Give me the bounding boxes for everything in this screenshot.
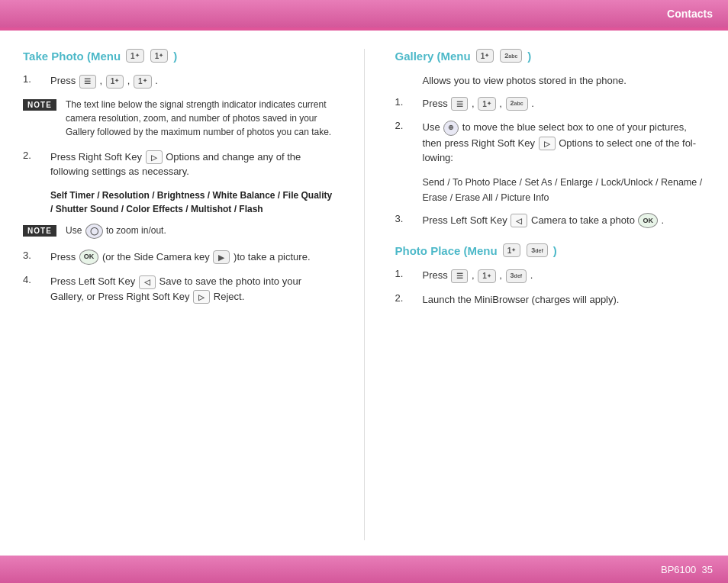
key-1b-s1: 1✦ <box>134 75 152 89</box>
step-2-num: 2. <box>23 150 41 161</box>
gallery-step-1-text: Press ☰ , 1✦ , 2abc . <box>423 96 534 111</box>
header-bar: Contacts <box>0 0 728 27</box>
gallery-step-2: 2. Use ⊕ to move the blue select box to … <box>395 120 706 166</box>
key-1b-heading: 1✦ <box>150 49 169 63</box>
heading-close-paren: ) <box>173 50 177 63</box>
left-column: Take Photo (Menu 1✦ 1✦ ) 1. Press ☰ , 1✦… <box>23 49 333 540</box>
side-key-s3: ▶ <box>213 250 230 264</box>
menu-key-1: ☰ <box>79 75 96 89</box>
key-1-heading: 1✦ <box>126 49 144 63</box>
photo-place-title: Photo Place (Menu <box>395 244 498 257</box>
step-1-text: Press ☰ , 1✦ , 1✦ . <box>50 73 158 89</box>
gallery-step-3: 3. Press Left Soft Key ◁ Camera to take … <box>395 213 706 229</box>
pp-step-1-text: Press ☰ , 1✦ , 3def . <box>423 268 533 283</box>
pp-step-2: 2. Launch the MiniBrowser (charges will … <box>395 292 706 308</box>
key-1-pp: 1✦ <box>503 243 521 257</box>
gallery-step-3-text: Press Left Soft Key ◁ Camera to take a p… <box>423 213 665 229</box>
step-4: 4. Press Left Soft Key ◁ Save to save th… <box>23 274 333 304</box>
right-soft-key-g2: ▷ <box>539 137 556 150</box>
right-column: Gallery (Menu 1✦ 2abc ) Allows you to vi… <box>395 49 706 540</box>
ok-key-s3: OK <box>79 250 99 265</box>
pp-step-1: 1. Press ☰ , 1✦ , 3def . <box>395 268 706 283</box>
header-title: Contacts <box>667 8 713 20</box>
step-3-num: 3. <box>23 250 41 261</box>
key-2abc-g1: 2abc <box>506 97 528 111</box>
ok-key-g3: OK <box>638 213 658 228</box>
step-4-num: 4. <box>23 274 41 285</box>
note-2-text: Use ◯ to zoom in/out. <box>66 224 166 239</box>
note-1: NOTE The text line below the signal stre… <box>23 98 333 139</box>
key-2abc-gallery: 2abc <box>500 49 522 63</box>
menu-key-pp1: ☰ <box>451 269 468 283</box>
gallery-close-paren: ) <box>527 50 531 63</box>
left-soft-key-g3: ◁ <box>511 214 527 227</box>
gallery-step-3-num: 3. <box>395 213 414 224</box>
pp-step-1-num: 1. <box>395 268 414 279</box>
step-4-text: Press Left Soft Key ◁ Save to save the p… <box>50 274 333 304</box>
gallery-step-1: 1. Press ☰ , 1✦ , 2abc . <box>395 96 706 111</box>
menu-key-g1: ☰ <box>451 97 468 111</box>
right-soft-key-s4: ▷ <box>193 290 210 304</box>
step-3-text: Press OK (or the Side Camera key ▶ )to t… <box>50 250 311 266</box>
pp-step-2-num: 2. <box>395 292 414 304</box>
note-1-text: The text line below the signal strength … <box>66 98 333 139</box>
step-3: 3. Press OK (or the Side Camera key ▶ )t… <box>23 250 333 266</box>
gallery-options: Send / To Photo Place / Set As / Enlarge… <box>423 175 706 205</box>
gallery-step-2-num: 2. <box>395 120 414 131</box>
step-2: 2. Press Right Soft Key ▷ Options and ch… <box>23 150 333 179</box>
photo-place-close-paren: ) <box>553 244 557 257</box>
main-content: Take Photo (Menu 1✦ 1✦ ) 1. Press ☰ , 1✦… <box>0 31 728 556</box>
gallery-intro: Allows you to view photos stored in the … <box>423 73 706 89</box>
footer-page: 35 <box>702 564 713 575</box>
take-photo-title: Take Photo (Menu <box>23 50 121 63</box>
nav-key-note2: ◯ <box>85 224 103 239</box>
key-3def-pp: 3def <box>527 243 548 257</box>
photo-place-heading: Photo Place (Menu 1✦ 3def ) <box>395 243 706 257</box>
note-1-label: NOTE <box>23 99 56 111</box>
step-2-text: Press Right Soft Key ▷ Options and chang… <box>50 150 333 179</box>
nav-key-g2: ⊕ <box>443 121 459 136</box>
key-3def-pp1: 3def <box>506 269 527 283</box>
take-photo-heading: Take Photo (Menu 1✦ 1✦ ) <box>23 49 333 63</box>
right-soft-key-s2: ▷ <box>146 150 163 164</box>
step-1-num: 1. <box>23 73 41 85</box>
key-1-g1: 1✦ <box>478 97 496 111</box>
footer-info: BP6100 35 <box>661 564 713 575</box>
step-1: 1. Press ☰ , 1✦ , 1✦ . <box>23 73 333 89</box>
settings-text: Self Timer / Resolution / Brightness / W… <box>50 188 333 216</box>
footer-bar: BP6100 35 <box>0 556 728 583</box>
note-2-label: NOTE <box>23 225 56 237</box>
gallery-title: Gallery (Menu <box>395 50 471 63</box>
gallery-heading: Gallery (Menu 1✦ 2abc ) <box>395 49 706 63</box>
key-1-s1: 1✦ <box>106 75 124 89</box>
gallery-step-1-num: 1. <box>395 96 414 108</box>
gallery-step-2-text: Use ⊕ to move the blue select box to one… <box>423 120 697 166</box>
footer-model: BP6100 <box>661 564 696 575</box>
key-1-gallery: 1✦ <box>476 49 494 63</box>
note-2: NOTE Use ◯ to zoom in/out. <box>23 224 333 239</box>
left-soft-key-s4: ◁ <box>139 275 156 289</box>
column-divider <box>364 49 365 540</box>
key-1-pp1: 1✦ <box>478 269 496 283</box>
pp-step-2-text: Launch the MiniBrowser (charges will app… <box>423 292 620 308</box>
